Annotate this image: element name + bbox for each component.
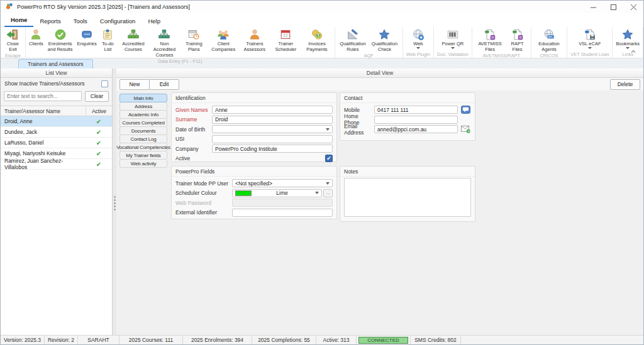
status-bar: Version: 2025.3 Revision: 2 SARAHT 2025 … (1, 335, 643, 344)
mobile-field[interactable] (374, 106, 458, 114)
ribbon-button-enquiries[interactable]: Enquiries (75, 28, 97, 47)
ribbon-button-non-accredited-courses[interactable]: Non Accredited Courses (149, 28, 180, 58)
search-input[interactable] (4, 91, 82, 101)
given-names-field[interactable] (212, 106, 333, 114)
ribbon-button-qualification-rules[interactable]: Qualification Rules (337, 28, 369, 53)
show-inactive-checkbox[interactable] (101, 80, 108, 87)
ribbon-button-clients[interactable]: Clients (28, 28, 45, 47)
tab-web-activity[interactable]: Web activity (119, 159, 167, 168)
surname-field[interactable] (212, 116, 333, 124)
star-icon (378, 28, 391, 41)
chevron-down-icon (588, 47, 592, 49)
ribbon-button-invoices-payments[interactable]: $ Invoices Payments (301, 28, 333, 53)
ribbon-button-bookmarks[interactable]: Bookmarks (614, 28, 641, 50)
ribbon-group-data-entry: Clients Enrolments and Results Enquiries (26, 27, 335, 58)
ribbon-button-qualification-check[interactable]: Qualification Check (369, 28, 401, 53)
email-address-field[interactable] (374, 125, 458, 133)
menu-configuration[interactable]: Configuration (94, 16, 142, 27)
minimize-button[interactable] (583, 1, 603, 13)
ribbon-button-trainer-scheduler[interactable]: Trainer Scheduler (270, 28, 302, 53)
send-sms-icon[interactable] (460, 106, 471, 114)
status-revision: Revision: 2 (45, 336, 78, 344)
status-active: Active: 313 (316, 336, 357, 344)
detail-view-panel: Detail View New Edit Delete Main Info Ad… (116, 68, 643, 335)
clear-search-button[interactable]: Clear (85, 91, 109, 102)
person-green-icon (30, 28, 42, 41)
contact-groupbox: Contact Mobile Home Phone (340, 92, 475, 141)
ribbon-button-power-qr[interactable]: Power QR (441, 28, 465, 50)
external-identifier-label: External Identifier (175, 209, 232, 216)
sitemap-icon (158, 28, 170, 41)
status-sms-credits: SMS Credits: 802 (411, 336, 461, 344)
tab-academic-info[interactable]: Academic Info (119, 110, 167, 119)
tab-my-trainer-fields[interactable]: My Trainer fields (119, 151, 167, 160)
ribbon-button-client-companies[interactable]: Client Companies (208, 28, 239, 53)
company-field[interactable] (212, 145, 333, 153)
trainer-row[interactable]: Droid, Anne ✔ (1, 116, 112, 127)
ribbon-group-web-plugin: Web Web Plugin (403, 27, 434, 58)
menu-home[interactable]: Home (4, 14, 33, 27)
trainer-mode-pp-user-label: Trainer Mode PP User (175, 180, 232, 187)
trainer-row[interactable]: Ramirez, Juan Sanchez-Villalobos ✔ (1, 159, 112, 170)
scheduler-colour-swatch (235, 190, 252, 196)
ribbon-button-enrolments-and-results[interactable]: Enrolments and Results (45, 28, 76, 53)
send-email-icon[interactable] (460, 125, 471, 134)
ribbon-button-todo-list[interactable]: To-do List (98, 28, 118, 53)
svg-text:$: $ (317, 33, 319, 38)
trainer-list: Trainer/Assessor Name Active Droid, Anne… (1, 106, 112, 335)
menu-help[interactable]: Help (142, 16, 167, 27)
ribbon-button-training-plans[interactable]: Training Plans (180, 28, 208, 53)
menu-reports[interactable]: Reports (33, 16, 67, 27)
tab-contact-log[interactable]: Contact Log (119, 134, 167, 143)
list-view-header: List View (1, 68, 112, 78)
ribbon-button-avetmiss-files[interactable]: AVETMISS Files (474, 28, 506, 53)
active-check-icon: ✔ (86, 150, 112, 157)
active-check-icon: ✔ (86, 140, 112, 146)
menu-tools[interactable]: Tools (67, 16, 94, 27)
column-header-active[interactable]: Active (86, 106, 112, 116)
scheduler-colour-field[interactable]: Lime (232, 189, 322, 197)
calendar-clock-icon (187, 28, 200, 41)
delete-button[interactable]: Delete (610, 79, 640, 90)
chevron-down-icon (315, 192, 319, 194)
ribbon-group-links: Bookmarks Links (613, 27, 643, 58)
ribbon-button-web[interactable]: Web (411, 28, 426, 50)
show-inactive-label: Show Inactive Trainers/Assessors (4, 80, 101, 87)
usi-field[interactable] (212, 135, 333, 143)
ribbon-button-vsl-ecaf[interactable]: VSL eCAF (577, 28, 602, 50)
column-header-name[interactable]: Trainer/Assessor Name (1, 106, 86, 116)
globe-abc-icon: ABC (543, 28, 555, 41)
tab-address[interactable]: Address (119, 102, 167, 111)
scheduler-colour-picker-button[interactable]: ... (323, 189, 333, 197)
title-bar: PowerPro RTO Sky Version 2025.3 [2025] -… (1, 1, 643, 13)
collapse-ribbon-icon[interactable] (630, 48, 637, 55)
ribbon-button-trainers-assessors[interactable]: Trainers Assessors (239, 28, 270, 53)
chevron-down-icon (416, 47, 420, 49)
globe-plus-icon (412, 28, 425, 41)
edit-button[interactable]: Edit (149, 79, 179, 90)
new-button[interactable]: New (119, 79, 150, 90)
notes-field[interactable] (344, 178, 471, 217)
file-badge-icon (484, 28, 496, 41)
active-checkbox[interactable]: ✔ (325, 155, 333, 162)
home-phone-field[interactable] (374, 116, 458, 124)
date-of-birth-field[interactable] (212, 125, 333, 133)
ribbon-button-education-agents[interactable]: ABC Education Agents (533, 28, 565, 53)
speech-bubble-icon (80, 28, 93, 41)
active-check-icon: ✔ (86, 118, 112, 125)
tab-vocational-competencies[interactable]: Vocational Competencies (119, 143, 167, 151)
trainer-row[interactable]: LaRusso, Daniel ✔ (1, 138, 112, 148)
trainer-mode-pp-user-field[interactable]: <Not specified> (232, 179, 333, 187)
external-identifier-field[interactable] (232, 209, 333, 217)
close-button[interactable] (623, 1, 643, 13)
chevron-down-icon (326, 128, 330, 131)
ribbon-button-accredited-courses[interactable]: Accredited Courses (118, 28, 149, 53)
ribbon-button-close-exit[interactable]: Close Exit (3, 28, 23, 53)
ribbon-button-rapt-files[interactable]: RAPT Files (506, 28, 529, 53)
status-enrolments: 2025 Enrolments: 394 (183, 336, 252, 344)
maximize-button[interactable] (603, 1, 623, 13)
tab-documents[interactable]: Documents (119, 126, 167, 135)
tab-main-info[interactable]: Main Info (119, 94, 167, 102)
tab-courses-completed[interactable]: Courses Completed (119, 118, 167, 127)
trainer-row[interactable]: Dundee, Jack ✔ (1, 127, 112, 138)
